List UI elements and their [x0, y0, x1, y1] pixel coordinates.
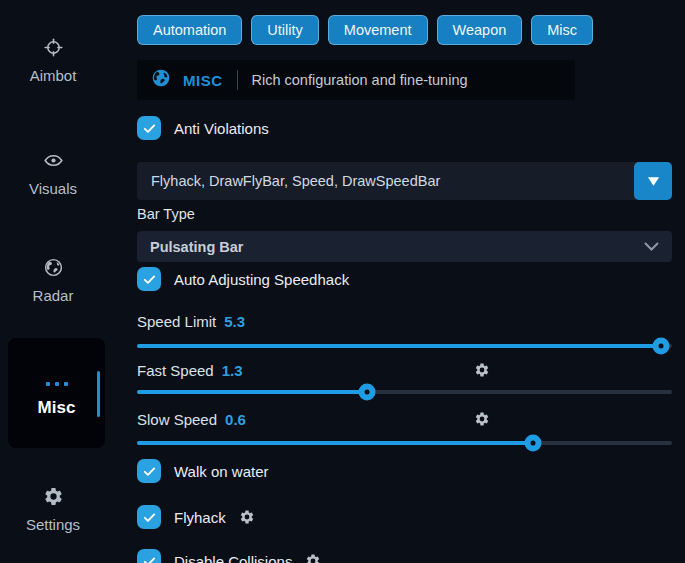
slider-label-row-speed-limit: Speed Limit 5.3	[137, 312, 672, 330]
globe-icon	[43, 264, 64, 281]
checkbox-checked-icon[interactable]	[137, 459, 161, 483]
slider-label-row-fast-speed: Fast Speed 1.3	[137, 361, 672, 379]
bar-type-label: Bar Type	[137, 206, 195, 222]
tab-movement[interactable]: Movement	[328, 15, 428, 45]
checkbox-checked-icon[interactable]	[137, 505, 161, 529]
slider-value: 5.3	[224, 313, 245, 330]
sidebar-item-aimbot[interactable]: Aimbot	[0, 37, 106, 84]
sidebar-item-label: Misc	[8, 398, 105, 418]
checkbox-label: Auto Adjusting Speedhack	[174, 271, 349, 288]
sidebar-item-label: Visuals	[0, 180, 106, 197]
checkbox-label: Disable Collisions	[174, 553, 292, 563]
slider-label: Slow Speed	[137, 411, 217, 428]
bar-type-select[interactable]: Pulsating Bar	[137, 231, 672, 262]
checkbox-checked-icon[interactable]	[137, 267, 161, 291]
slider-fill	[137, 390, 367, 394]
sidebar-item-radar[interactable]: Radar	[0, 257, 106, 304]
checkbox-label: Anti Violations	[174, 120, 269, 137]
checkbox-disable-collisions[interactable]: Disable Collisions	[137, 549, 321, 563]
slider-thumb[interactable]	[653, 338, 670, 355]
bar-flags-multiselect[interactable]: Flyhack, DrawFlyBar, Speed, DrawSpeedBar	[137, 162, 672, 200]
globe-icon	[151, 68, 171, 92]
slider-thumb[interactable]	[359, 384, 376, 401]
select-value: Pulsating Bar	[150, 239, 644, 255]
sidebar-item-label: Aimbot	[0, 67, 106, 84]
eye-icon	[43, 157, 64, 174]
gear-icon[interactable]	[305, 553, 321, 563]
section-subtitle: Rich configuration and fine-tuning	[252, 72, 468, 88]
checkbox-walk-on-water[interactable]: Walk on water	[137, 459, 268, 483]
gear-icon[interactable]	[474, 411, 490, 427]
slider-fill	[137, 344, 661, 348]
ellipsis-icon	[46, 382, 68, 386]
section-header: MISC Rich configuration and fine-tuning	[137, 60, 575, 100]
tab-misc[interactable]: Misc	[531, 15, 593, 45]
tab-weapon[interactable]: Weapon	[437, 15, 523, 45]
gear-icon[interactable]	[474, 362, 490, 378]
checkbox-auto-adjusting-speedhack[interactable]: Auto Adjusting Speedhack	[137, 267, 349, 291]
checkbox-checked-icon[interactable]	[137, 116, 161, 140]
slider-slow-speed[interactable]	[137, 441, 672, 445]
tab-automation[interactable]: Automation	[137, 15, 242, 45]
slider-value: 0.6	[225, 411, 246, 428]
sidebar-item-misc-selected[interactable]: Misc	[8, 338, 105, 448]
slider-thumb[interactable]	[524, 435, 541, 452]
category-tabs: Automation Utility Movement Weapon Misc	[137, 15, 593, 45]
checkbox-anti-violations[interactable]: Anti Violations	[137, 116, 269, 140]
sidebar-item-label: Settings	[0, 516, 106, 533]
slider-label-row-slow-speed: Slow Speed 0.6	[137, 410, 672, 428]
gear-icon[interactable]	[239, 509, 255, 525]
section-title: MISC	[183, 72, 223, 89]
checkbox-flyhack[interactable]: Flyhack	[137, 505, 255, 529]
sidebar: Aimbot Visuals Radar Misc	[0, 0, 112, 563]
dropdown-open-button[interactable]	[634, 162, 672, 200]
sidebar-item-settings[interactable]: Settings	[0, 486, 106, 533]
slider-value: 1.3	[222, 362, 243, 379]
checkbox-checked-icon[interactable]	[137, 549, 161, 563]
chevron-down-icon	[644, 242, 659, 251]
slider-fill	[137, 441, 533, 445]
checkbox-label: Flyhack	[174, 509, 226, 526]
divider	[237, 70, 238, 90]
triangle-down-icon	[647, 176, 660, 187]
slider-fast-speed[interactable]	[137, 390, 672, 394]
tab-utility[interactable]: Utility	[251, 15, 318, 45]
multiselect-value: Flyhack, DrawFlyBar, Speed, DrawSpeedBar	[137, 173, 634, 189]
sidebar-item-label: Radar	[0, 287, 106, 304]
crosshair-icon	[43, 44, 64, 61]
checkbox-label: Walk on water	[174, 463, 268, 480]
slider-label: Fast Speed	[137, 362, 214, 379]
slider-speed-limit[interactable]	[137, 344, 672, 348]
slider-label: Speed Limit	[137, 313, 216, 330]
main-panel: Automation Utility Movement Weapon Misc …	[137, 0, 672, 563]
selected-accent-bar	[97, 371, 100, 417]
sidebar-item-visuals[interactable]: Visuals	[0, 150, 106, 197]
gear-icon	[43, 493, 64, 510]
